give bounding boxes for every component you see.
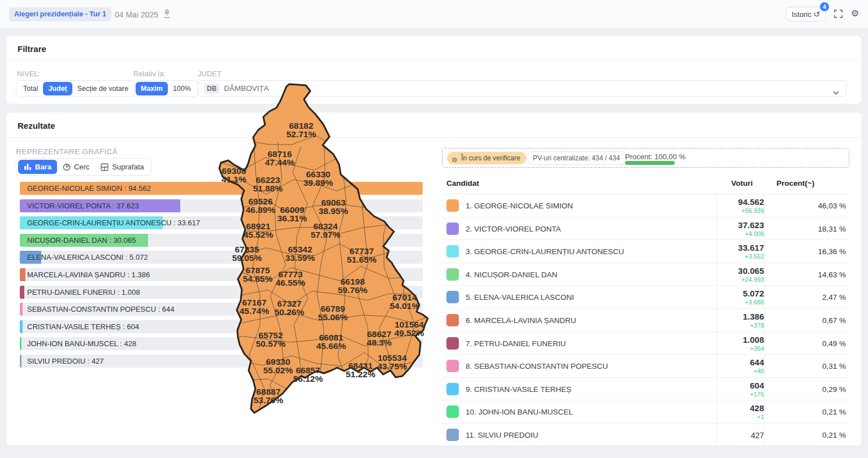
candidate-row[interactable]: 11. SILVIU PREDOIU4270,21 % — [442, 424, 849, 447]
candidate-name: 6. MARCELA-LAVINIA ȘANDRU — [466, 316, 576, 325]
candidate-name: 7. PETRU-DANIEL FUNERIU — [466, 339, 566, 348]
pv-centralizate-pill: PV-uri centralizate: 434 / 434 — [526, 151, 627, 165]
option-100-[interactable]: 100% — [168, 82, 196, 95]
gear-icon: ⚙ — [452, 154, 457, 166]
bar-row[interactable]: CRISTIAN-VASILE TERHEȘ : 604 — [20, 320, 423, 333]
view-bara-button[interactable]: Bara — [18, 160, 57, 174]
option-sec-ie-de-votare[interactable]: Secție de votare — [72, 82, 133, 95]
candidate-name: 4. NICUȘOR-DANIEL DAN — [466, 271, 557, 279]
candidate-votes: 5.072 — [743, 289, 764, 298]
top-bar: Alegeri prezidențiale - Tur 1 04 Mai 202… — [0, 0, 868, 29]
chart-section-label: REPREZENTARE GRAFICĂ — [16, 147, 118, 156]
fullscreen-icon[interactable] — [834, 9, 843, 21]
option-jude-[interactable]: Județ — [43, 82, 72, 95]
settings-gear-icon[interactable]: ⚙ — [851, 8, 859, 19]
chart-view-switcher: BaraCercSuprafata — [16, 158, 152, 176]
results-table: Candidat Voturi Procent(~) 1. GEORGE-NIC… — [442, 174, 849, 447]
bar-row[interactable]: PETRU-DANIEL FUNERIU : 1.008 — [20, 286, 423, 299]
candidate-row[interactable]: 8. SEBASTIAN-CONSTANTIN POPESCU644+400,3… — [442, 355, 849, 378]
option-total[interactable]: Total — [18, 82, 43, 95]
candidate-percent: 0,21 % — [822, 431, 846, 439]
votes-delta: +40 — [753, 368, 764, 374]
candidate-percent: 0,21 % — [822, 408, 846, 416]
candidate-row[interactable]: 1. GEORGE-NICOLAE SIMION94.562+56.93946,… — [442, 194, 849, 217]
history-icon: ↺ — [813, 10, 820, 19]
bar-row[interactable]: VICTOR-VIOREL PONTA : 37.623 — [20, 199, 423, 212]
votes-delta: +3.686 — [745, 299, 764, 306]
candidate-row[interactable]: 10. JOHN-ION BANU-MUSCEL428+10,21 % — [442, 400, 849, 424]
candidate-percent: 16,36 % — [818, 247, 846, 256]
election-date: 04 Mai 2025 — [115, 10, 158, 19]
candidate-name: 8. SEBASTIAN-CONSTANTIN POPESCU — [466, 362, 608, 370]
votes-delta: +176 — [750, 391, 764, 398]
votes-delta: +1 — [757, 413, 764, 420]
candidate-name: 9. CRISTIAN-VASILE TERHEȘ — [466, 385, 571, 394]
candidate-votes: 604 — [750, 381, 764, 390]
candidate-color-swatch — [446, 245, 459, 258]
judet-code-chip: DB — [204, 84, 219, 94]
bar-row[interactable]: SILVIU PREDOIU : 427 — [20, 355, 423, 368]
col-voturi: Voturi — [731, 179, 753, 187]
candidate-votes: 427 — [751, 431, 764, 440]
votes-delta: +4.006 — [745, 230, 764, 237]
candidate-votes: 94.562 — [738, 197, 764, 207]
candidate-color-swatch — [446, 291, 459, 303]
bar-row[interactable]: GEORGE-CRIN-LAURENȚIU ANTONESCU : 33.617 — [20, 216, 423, 229]
candidate-votes: 30.065 — [738, 266, 764, 276]
candidate-name: 1. GEORGE-NICOLAE SIMION — [466, 202, 573, 210]
candidate-row[interactable]: 4. NICUȘOR-DANIEL DAN30.065+24.99314,63 … — [442, 263, 849, 286]
bar-row[interactable]: GEORGE-NICOLAE SIMION : 94.562 — [20, 182, 423, 195]
judet-dropdown[interactable]: DB DÂMBOVIȚA — [198, 80, 847, 97]
candidate-name: 3. GEORGE-CRIN-LAURENȚIU ANTONESCU — [466, 247, 624, 256]
votes-delta: +364 — [750, 345, 764, 352]
candidate-name: 11. SILVIU PREDOIU — [466, 431, 539, 439]
candidate-votes: 37.623 — [738, 220, 764, 230]
bar-chart: GEORGE-NICOLAE SIMION : 94.562VICTOR-VIO… — [20, 182, 423, 372]
procent-label: Procent: 100,00 % — [625, 152, 685, 161]
candidate-votes: 1.386 — [743, 312, 764, 321]
bar-row[interactable]: JOHN-ION BANU-MUSCEL : 428 — [20, 337, 423, 350]
view-cerc-button[interactable]: Cerc — [57, 160, 95, 174]
verifying-pill: ⚙În curs de verificare — [447, 152, 526, 164]
candidate-votes: 33.617 — [738, 243, 764, 252]
judet-label: JUDEȚ — [198, 69, 222, 78]
candidate-percent: 0,29 % — [822, 385, 846, 394]
candidate-percent: 2,47 % — [822, 293, 846, 302]
candidate-votes: 644 — [750, 357, 764, 367]
results-title: Rezultate — [6, 112, 862, 138]
nivel-label: NIVEL: — [17, 69, 40, 78]
option-maxim[interactable]: Maxim — [136, 82, 168, 95]
candidate-color-swatch — [446, 337, 459, 350]
election-title-pill[interactable]: Alegeri prezidențiale - Tur 1 — [9, 7, 111, 21]
candidate-color-swatch — [446, 360, 459, 372]
candidate-row[interactable]: 9. CRISTIAN-VASILE TERHEȘ604+1760,29 % — [442, 378, 849, 401]
candidate-votes: 428 — [750, 403, 764, 413]
candidate-row[interactable]: 6. MARCELA-LAVINIA ȘANDRU1.386+3780,67 % — [442, 309, 849, 332]
bar-row[interactable]: NICUȘOR-DANIEL DAN : 30.065 — [20, 234, 423, 247]
candidate-color-swatch — [446, 429, 459, 441]
col-candidat: Candidat — [446, 179, 479, 187]
candidate-icon — [162, 8, 172, 21]
candidate-name: 5. ELENA-VALERICA LASCONI — [466, 293, 574, 302]
candidate-row[interactable]: 5. ELENA-VALERICA LASCONI5.072+3.6862,47… — [442, 286, 849, 309]
candidate-color-swatch — [446, 383, 459, 395]
candidate-row[interactable]: 3. GEORGE-CRIN-LAURENȚIU ANTONESCU33.617… — [442, 240, 849, 263]
votes-delta: +3.552 — [745, 253, 764, 260]
candidate-percent: 46,03 % — [818, 202, 846, 210]
candidate-percent: 0,67 % — [822, 316, 846, 325]
relativ-label: Relativ la: — [133, 69, 166, 78]
candidate-percent: 18,31 % — [818, 225, 846, 233]
candidate-row[interactable]: 2. VICTOR-VIOREL PONTA37.623+4.00618,31 … — [442, 217, 849, 241]
col-procent: Procent(~) — [776, 179, 814, 187]
view-suprafata-button[interactable]: Suprafata — [95, 160, 149, 174]
candidate-percent: 14,63 % — [818, 271, 846, 279]
judet-value: DÂMBOVIȚA — [224, 84, 269, 93]
bar-row[interactable]: SEBASTIAN-CONSTANTIN POPESCU : 644 — [20, 303, 423, 316]
bar-row[interactable]: MARCELA-LAVINIA ȘANDRU : 1.386 — [20, 268, 423, 281]
nivel-segmented-control: TotalJudețSecție de votare — [16, 80, 136, 97]
votes-delta: +378 — [750, 322, 764, 329]
candidate-row[interactable]: 7. PETRU-DANIEL FUNERIU1.008+3640,49 % — [442, 332, 849, 355]
verification-status-bar: ⚙În curs de verificare PV-uri centraliza… — [442, 148, 849, 168]
candidate-percent: 0,49 % — [822, 339, 846, 348]
bar-row[interactable]: ELENA-VALERICA LASCONI : 5.072 — [20, 251, 423, 264]
